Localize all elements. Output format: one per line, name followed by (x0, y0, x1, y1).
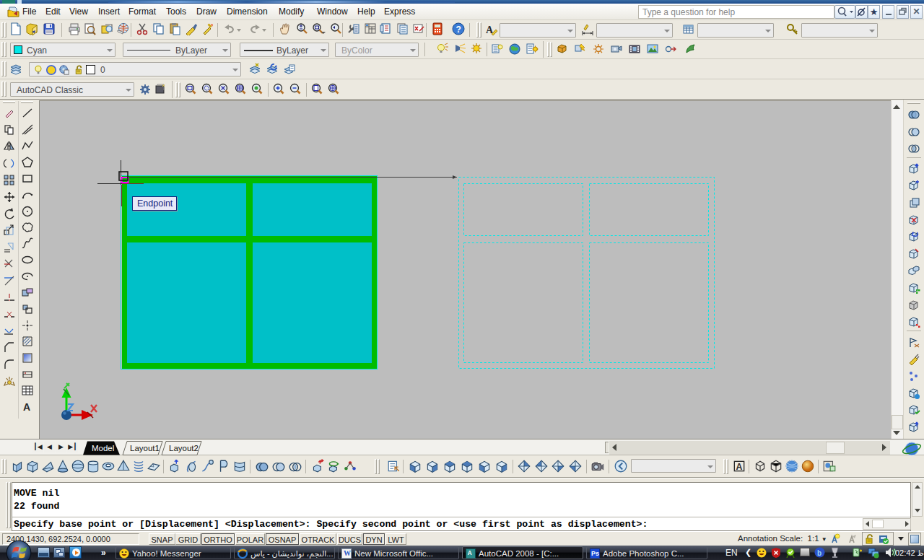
svg-text:Layout2: Layout2 (169, 444, 199, 452)
svg-text:?: ? (456, 25, 461, 35)
svg-text:Model: Model (92, 444, 114, 452)
svg-text:Layout1: Layout1 (130, 444, 160, 452)
svg-text:A: A (736, 462, 743, 472)
svg-text:b: b (817, 549, 821, 557)
svg-text:A: A (23, 401, 30, 413)
